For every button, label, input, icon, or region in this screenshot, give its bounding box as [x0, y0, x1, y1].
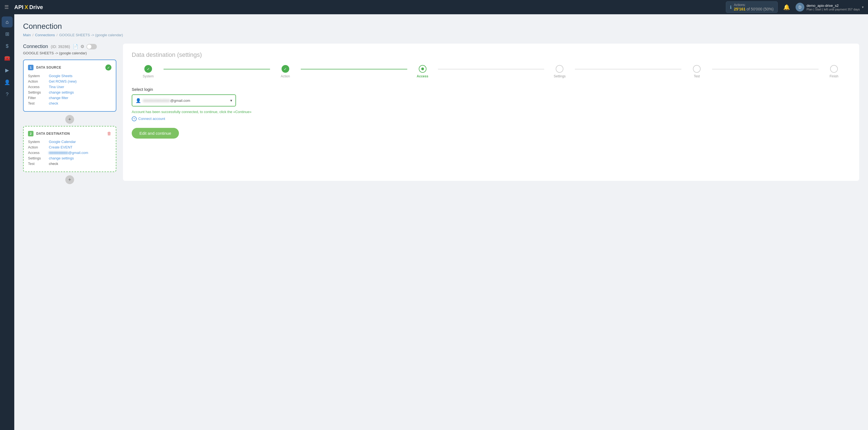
actions-label: Actions: [734, 3, 774, 7]
dest-system-link[interactable]: Google Calendar [49, 140, 76, 144]
hamburger-icon[interactable]: ☰ [4, 4, 9, 10]
destination-card: 2 DATA DESTINATION 🗑 System Google Calen… [23, 126, 116, 172]
top-navigation: ☰ APIXDrive ℹ Actions: 25'161 of 50'000 … [0, 0, 868, 14]
source-settings-link[interactable]: change settings [49, 90, 74, 94]
actions-total: of 50'000 [747, 7, 762, 11]
dest-row-test: Test check [28, 162, 112, 166]
sidebar-item-user[interactable]: 👤 [2, 77, 12, 88]
left-panel: Connection (ID: 39286) 📄 ⚙ GOOGLE SHEETS… [23, 43, 116, 186]
content-grid: Connection (ID: 39286) 📄 ⚙ GOOGLE SHEETS… [23, 43, 859, 186]
source-filter-link[interactable]: change filter [49, 96, 68, 100]
success-message: Account has been successfully connected,… [132, 109, 850, 115]
step-test-label: Test [694, 74, 700, 78]
destination-card-header: 2 DATA DESTINATION 🗑 [28, 131, 112, 136]
login-select-dropdown[interactable]: 👤 ■■■■■■■■■■@gmail.com ▾ [132, 94, 236, 106]
step-line-2 [301, 69, 407, 69]
username-label: demo_apix-drive_s2 [807, 4, 860, 8]
connection-toggle[interactable] [87, 44, 97, 50]
step-access-circle [419, 65, 427, 73]
step-finish-label: Finish [830, 74, 838, 78]
sidebar-item-play[interactable]: ▶ [2, 65, 12, 76]
user-menu-chevron-icon[interactable]: ▾ [862, 5, 864, 9]
notifications-bell-icon[interactable]: 🔔 [783, 4, 790, 10]
actions-used: 25'161 [734, 7, 745, 11]
dest-row-access: Access ■■■■■■■■@gmail.com [28, 151, 112, 155]
destination-card-delete-icon[interactable]: 🗑 [107, 131, 112, 136]
step-access: Access [406, 65, 439, 78]
step-line-4 [575, 69, 681, 69]
destination-card-badge: 2 [28, 131, 33, 136]
source-row-system: System Google Sheets [28, 74, 112, 78]
source-row-action: Action Get ROWS (new) [28, 79, 112, 84]
step-system: ✓ System [132, 65, 165, 78]
right-panel: Data destination (settings) ✓ System ✓ A… [123, 43, 859, 181]
actions-values: 25'161 of 50'000 (50%) [734, 7, 774, 11]
user-menu[interactable]: D demo_apix-drive_s2 Plan | Start | left… [796, 3, 864, 11]
dest-action-link[interactable]: Create EVENT [49, 145, 72, 149]
sidebar-item-home[interactable]: ⌂ [2, 17, 12, 27]
step-access-label: Access [417, 74, 428, 78]
sidebar-item-billing[interactable]: $ [2, 41, 12, 52]
dest-row-action: Action Create EVENT [28, 145, 112, 149]
add-after-destination-button[interactable]: + [65, 175, 74, 184]
logo-text-2: Drive [29, 4, 43, 10]
data-destination-title: Data destination (settings) [132, 51, 850, 58]
step-line-1 [163, 69, 270, 69]
main-content: Connection Main / Connections / GOOGLE S… [14, 14, 868, 430]
dest-test-value: check [49, 162, 58, 166]
dest-row-system: System Google Calendar [28, 140, 112, 144]
destination-card-title: DATA DESTINATION [36, 132, 70, 135]
step-line-3 [438, 69, 545, 69]
sidebar-item-tools[interactable]: 🧰 [2, 53, 12, 64]
source-action-link[interactable]: Get ROWS (new) [49, 79, 76, 84]
connection-title: Connection [23, 43, 48, 50]
gear-icon[interactable]: ⚙ [81, 44, 84, 49]
logo-text-1: API [14, 4, 23, 10]
dest-access-link[interactable]: ■■■■■■■■@gmail.com [49, 151, 88, 155]
login-select-chevron-icon: ▾ [230, 98, 232, 103]
step-action: ✓ Action [269, 65, 302, 78]
breadcrumb: Main / Connections / GOOGLE SHEETS -> (g… [23, 33, 859, 37]
connection-id: (ID: 39286) [51, 44, 70, 49]
source-access-link[interactable]: Tina User [49, 85, 64, 89]
connection-subtitle: GOOGLE SHEETS -> (google calendar) [23, 51, 116, 55]
source-system-link[interactable]: Google Sheets [49, 74, 72, 78]
step-test: Test [680, 65, 713, 78]
connect-account-label: Connect account [138, 117, 165, 121]
source-test-link[interactable]: check [49, 101, 58, 105]
login-select-value: ■■■■■■■■■■@gmail.com [143, 98, 230, 103]
login-user-icon: 👤 [135, 98, 141, 103]
source-card: 1 DATA SOURCE ✓ System Google Sheets Act… [23, 60, 116, 112]
breadcrumb-main[interactable]: Main [23, 33, 31, 37]
app-logo: APIXDrive [14, 4, 43, 10]
step-settings: Settings [543, 65, 576, 78]
step-test-circle [693, 65, 701, 73]
source-card-header: 1 DATA SOURCE ✓ [28, 64, 112, 70]
sidebar-item-help[interactable]: ? [2, 89, 12, 100]
source-row-filter: Filter change filter [28, 96, 112, 100]
step-settings-circle [556, 65, 563, 73]
dest-settings-link[interactable]: change settings [49, 156, 74, 160]
login-blurred-part: ■■■■■■■■■■ [143, 98, 170, 103]
document-icon[interactable]: 📄 [73, 44, 78, 49]
sidebar-item-grid[interactable]: ⊞ [2, 29, 12, 39]
info-icon: ℹ [730, 5, 732, 10]
actions-pct: (50%) [764, 7, 774, 11]
steps-bar: ✓ System ✓ Action Access [132, 65, 850, 78]
breadcrumb-connections[interactable]: Connections [35, 33, 55, 37]
edit-and-continue-button[interactable]: Edit and continue [132, 128, 179, 139]
connect-account-icon: + [132, 116, 137, 121]
connect-account-link[interactable]: + Connect account [132, 116, 850, 121]
step-settings-label: Settings [554, 74, 566, 78]
logo-x: X [24, 4, 28, 10]
sidebar: ⌂ ⊞ $ 🧰 ▶ 👤 ? [0, 14, 14, 430]
dest-row-settings: Settings change settings [28, 156, 112, 160]
source-card-badge: 1 [28, 65, 33, 70]
step-action-circle: ✓ [282, 65, 289, 73]
select-login-label: Select login [132, 87, 850, 92]
dest-access-blurred: ■■■■■■■■ [49, 151, 68, 155]
breadcrumb-current: GOOGLE SHEETS -> (google calendar) [59, 33, 123, 37]
add-between-cards-button[interactable]: + [65, 115, 74, 124]
step-system-circle: ✓ [144, 65, 152, 73]
source-row-access: Access Tina User [28, 85, 112, 89]
